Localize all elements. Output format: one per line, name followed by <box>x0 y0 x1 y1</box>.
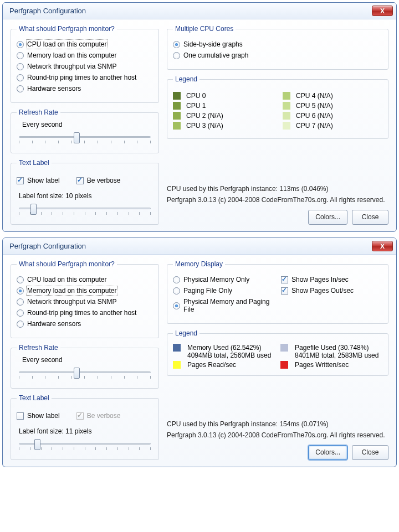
legend-label: CPU 6 (N/A) <box>296 112 333 120</box>
legend-item: CPU 0 <box>173 92 273 100</box>
radio-cumul-label: One cumulative graph <box>183 51 248 59</box>
check-pagesout[interactable] <box>281 287 288 295</box>
radio-net[interactable] <box>17 63 24 70</box>
titlebar: Perfgraph Configuration X <box>3 3 396 19</box>
check-verbose-label: Be verbose <box>87 412 121 420</box>
legend-item: CPU 3 (N/A) <box>173 122 273 130</box>
textlabel-legend: Text Label <box>17 159 52 167</box>
legend-pagesread: Pages Read/sec <box>187 361 275 369</box>
legend-pagefile: Pagefile Used (30.748%) <box>295 344 382 352</box>
swatch-cpu <box>173 92 181 100</box>
radio-side[interactable] <box>173 41 180 48</box>
radio-mem-label: Memory load on this computer <box>27 51 116 59</box>
legend-item: CPU 4 (N/A) <box>283 92 382 100</box>
swatch-cpu <box>173 102 181 110</box>
refresh-legend: Refresh Rate <box>17 109 60 116</box>
legend-label: CPU 3 (N/A) <box>186 122 223 130</box>
radio-ping-label: Round-trip ping times to another host <box>27 74 136 81</box>
radio-physonly[interactable] <box>173 276 180 283</box>
legend-label: CPU 0 <box>186 92 206 100</box>
close-button[interactable]: Close <box>352 445 388 460</box>
radio-pageonly-label: Paging File Only <box>183 287 232 295</box>
legend-label: CPU 2 (N/A) <box>186 112 223 120</box>
check-verbose-label: Be verbose <box>87 177 121 184</box>
legend-memused: Memory Used (62.542%) <box>187 344 275 352</box>
close-button[interactable]: Close <box>352 210 388 225</box>
cpucores-group: Multiple CPU Cores Side-by-side graphs O… <box>167 25 388 70</box>
monitor-legend: What should Perfgraph monitor? <box>17 25 117 33</box>
fontsize-label: Label font size: 10 pixels <box>19 192 153 200</box>
check-showlabel-label: Show label <box>27 177 60 184</box>
legend-item: CPU 2 (N/A) <box>173 112 273 120</box>
radio-mem[interactable] <box>17 52 24 59</box>
swatch-cpu <box>283 112 290 120</box>
monitor-group: What should Perfgraph monitor? CPU load … <box>11 260 159 338</box>
window-title: Perfgraph Configuration <box>9 242 86 250</box>
textlabel-legend: Text Label <box>17 394 52 402</box>
check-pagesin[interactable] <box>281 276 288 283</box>
radio-ping[interactable] <box>17 309 24 317</box>
radio-physpage[interactable] <box>173 302 180 309</box>
check-showlabel[interactable] <box>17 177 24 184</box>
radio-pageonly[interactable] <box>173 287 180 295</box>
fontsize-label: Label font size: 11 pixels <box>19 427 153 435</box>
check-showlabel[interactable] <box>17 412 24 420</box>
legend-pagefile-sub: 8401MB total, 2583MB used <box>295 352 382 359</box>
refresh-slider[interactable] <box>17 367 153 381</box>
radio-ping-label: Round-trip ping times to another host <box>27 309 136 317</box>
fontsize-slider[interactable] <box>17 438 153 453</box>
status-version: Perfgraph 3.0.13 (c) 2004-2008 CodeFromT… <box>167 430 388 441</box>
titlebar: Perfgraph Configuration X <box>3 238 396 255</box>
legend-item: CPU 5 (N/A) <box>283 102 382 110</box>
config-window-memory: Perfgraph Configuration X What should Pe… <box>2 237 397 467</box>
check-pagesout-label: Show Pages Out/sec <box>291 287 354 295</box>
config-window-cpu: Perfgraph Configuration X What should Pe… <box>2 2 397 232</box>
radio-hw-label: Hardware sensors <box>27 85 81 92</box>
swatch-cpu <box>283 92 290 100</box>
check-verbose[interactable] <box>76 177 84 184</box>
radio-net[interactable] <box>17 298 24 306</box>
radio-ping[interactable] <box>17 74 24 81</box>
refresh-legend: Refresh Rate <box>17 344 60 352</box>
radio-physpage-label: Physical Memory and Paging File <box>183 298 274 313</box>
close-icon[interactable]: X <box>372 6 393 16</box>
swatch-cpu <box>173 122 181 130</box>
refresh-value: Every second <box>22 121 153 128</box>
legend-memused-sub: 4094MB total, 2560MB used <box>187 352 275 359</box>
radio-mem[interactable] <box>17 287 24 295</box>
colors-button[interactable]: Colors... <box>308 445 347 460</box>
radio-cpu-label: CPU load on this computer <box>27 40 106 48</box>
legend-label: CPU 7 (N/A) <box>296 122 333 130</box>
fontsize-slider[interactable] <box>17 203 153 218</box>
refresh-slider[interactable] <box>17 132 153 146</box>
radio-side-label: Side-by-side graphs <box>183 40 243 48</box>
window-title: Perfgraph Configuration <box>9 7 86 15</box>
refresh-value: Every second <box>22 356 153 364</box>
radio-hw-label: Hardware sensors <box>27 320 81 328</box>
cpu-legend-group: Legend CPU 0CPU 1CPU 2 (N/A)CPU 3 (N/A) … <box>167 75 388 139</box>
refresh-group: Refresh Rate Every second <box>11 109 159 153</box>
legend-label: CPU 1 <box>186 102 206 110</box>
memdisplay-group: Memory Display Physical Memory Only Pagi… <box>167 260 388 324</box>
radio-cpu[interactable] <box>17 41 24 48</box>
swatch-cpu <box>283 122 290 130</box>
legend-label: CPU 4 (N/A) <box>296 92 333 100</box>
colors-button[interactable]: Colors... <box>308 210 347 225</box>
legend-item: CPU 1 <box>173 102 273 110</box>
radio-cpu[interactable] <box>17 276 24 283</box>
status-version: Perfgraph 3.0.13 (c) 2004-2008 CodeFromT… <box>167 195 388 205</box>
radio-mem-label: Memory load on this computer <box>27 287 116 295</box>
check-pagesin-label: Show Pages In/sec <box>291 276 349 283</box>
radio-hw[interactable] <box>17 85 24 92</box>
refresh-group: Refresh Rate Every second <box>11 344 159 389</box>
close-icon[interactable]: X <box>372 241 393 251</box>
textlabel-group: Text Label Show label Be verbose Label f… <box>11 394 159 460</box>
cpu-legend-title: Legend <box>173 75 200 83</box>
radio-hw[interactable] <box>17 321 24 328</box>
textlabel-group: Text Label Show label Be verbose Label f… <box>11 159 159 225</box>
radio-physonly-label: Physical Memory Only <box>183 276 249 283</box>
radio-net-label: Network throughput via SNMP <box>27 298 116 306</box>
monitor-legend: What should Perfgraph monitor? <box>17 260 117 268</box>
radio-cumul[interactable] <box>173 52 180 59</box>
swatch-cpu <box>283 102 290 110</box>
